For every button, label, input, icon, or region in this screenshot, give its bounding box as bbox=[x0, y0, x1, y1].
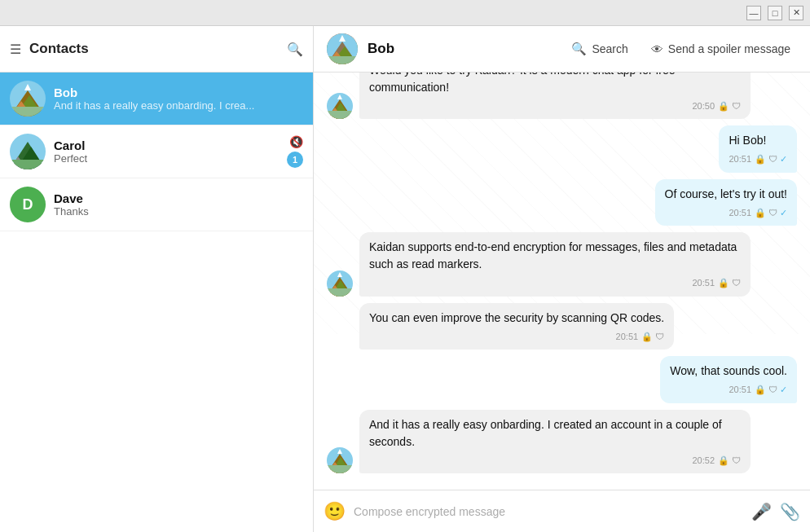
compose-area: 🙂 🎤 📎 bbox=[314, 490, 810, 532]
mute-icon: 🔇 bbox=[289, 135, 303, 148]
chat-search-button[interactable]: 🔍 Search bbox=[565, 38, 634, 59]
message-meta: 20:50 🔒🛡 bbox=[369, 99, 741, 113]
message-time: 20:51 bbox=[729, 206, 751, 220]
message-icons: 🔒🛡 bbox=[718, 99, 741, 113]
spoiler-icon: 👁 bbox=[651, 42, 663, 56]
message-icons: 🔒🛡✓ bbox=[755, 383, 787, 397]
message-avatar bbox=[327, 270, 353, 297]
sidebar-search-icon[interactable]: 🔍 bbox=[287, 42, 303, 57]
check-icon: ✓ bbox=[780, 152, 787, 166]
message-text: Hi Bob! bbox=[729, 134, 766, 147]
contact-meta-carol: 🔇1 bbox=[287, 135, 303, 168]
shield-icon: 🛡 bbox=[768, 152, 777, 166]
avatar-bob bbox=[10, 81, 46, 117]
message-meta: 20:51 🔒🛡✓ bbox=[665, 206, 788, 220]
hamburger-icon[interactable]: ☰ bbox=[10, 42, 21, 57]
message-text: Kaidan supports end-to-end encryption fo… bbox=[369, 240, 737, 270]
contact-preview-dave: Thanks bbox=[54, 205, 295, 218]
message-row: And it has a really easy onbarding. I cr… bbox=[327, 410, 797, 474]
message-icons: 🔒🛡 bbox=[718, 276, 741, 290]
message-icons: 🔒🛡 bbox=[641, 330, 664, 344]
lock-icon: 🔒 bbox=[718, 99, 729, 113]
message-avatar bbox=[327, 93, 353, 119]
message-text: And it has a really easy onbarding. I cr… bbox=[369, 418, 722, 448]
chat-contact-name: Bob bbox=[368, 41, 555, 57]
shield-icon: 🛡 bbox=[732, 276, 741, 290]
message-icons: 🔒🛡✓ bbox=[755, 152, 787, 166]
message-row: Wow, that sounds cool. 20:51 🔒🛡✓ bbox=[327, 356, 797, 403]
lock-icon: 🔒 bbox=[755, 383, 766, 397]
message-time: 20:51 bbox=[729, 383, 751, 397]
lock-icon: 🔒 bbox=[641, 330, 653, 344]
svg-rect-4 bbox=[10, 107, 46, 117]
contacts-list: Bob And it has a really easy onbarding. … bbox=[0, 73, 313, 532]
contact-item-dave[interactable]: D Dave Thanks bbox=[0, 178, 313, 231]
chat-area: Bob 🔍 Search 👁 Send a spoiler message Th… bbox=[314, 26, 810, 532]
shield-icon: 🛡 bbox=[732, 454, 741, 468]
message-row: Of course, let's try it out! 20:51 🔒🛡✓ bbox=[327, 179, 797, 226]
lock-icon: 🔒 bbox=[755, 152, 766, 166]
message-bubble: Kaidan supports end-to-end encryption fo… bbox=[359, 232, 751, 297]
compose-input[interactable] bbox=[354, 505, 743, 518]
message-text: You can even improve the security by sca… bbox=[369, 311, 664, 324]
contact-item-carol[interactable]: Carol Perfect 🔇1 bbox=[0, 125, 313, 178]
maximize-button[interactable]: □ bbox=[768, 6, 782, 20]
sidebar-header: ☰ Contacts 🔍 bbox=[0, 26, 313, 73]
svg-rect-10 bbox=[10, 160, 46, 169]
contact-name-dave: Dave bbox=[54, 191, 295, 205]
contact-name-carol: Carol bbox=[54, 138, 279, 152]
mic-button[interactable]: 🎤 bbox=[751, 502, 772, 521]
messages-container[interactable]: This is a test without encryption. Unenc… bbox=[314, 73, 810, 490]
message-meta: 20:51 🔒🛡✓ bbox=[670, 383, 787, 397]
contact-preview-carol: Perfect bbox=[54, 152, 279, 165]
main-layout: ☰ Contacts 🔍 Bob And it has a really eas… bbox=[0, 26, 810, 532]
message-meta: 20:51 🔒🛡 bbox=[369, 276, 741, 290]
lock-icon: 🔒 bbox=[755, 206, 766, 220]
shield-icon: 🛡 bbox=[655, 330, 664, 344]
contact-name-bob: Bob bbox=[54, 86, 295, 99]
message-bubble: Would you like to try Kaidan? It is a mo… bbox=[359, 73, 751, 119]
chat-header: Bob 🔍 Search 👁 Send a spoiler message bbox=[314, 26, 810, 73]
lock-icon: 🔒 bbox=[718, 276, 729, 290]
close-button[interactable]: ✕ bbox=[789, 6, 803, 20]
message-bubble: And it has a really easy onbarding. I cr… bbox=[359, 410, 751, 474]
attach-button[interactable]: 📎 bbox=[780, 502, 800, 521]
shield-icon: 🛡 bbox=[768, 206, 777, 220]
message-text: Would you like to try Kaidan? It is a mo… bbox=[369, 73, 676, 94]
avatar-dave: D bbox=[10, 187, 46, 222]
spoiler-label: Send a spoiler message bbox=[668, 42, 790, 55]
message-time: 20:51 bbox=[616, 330, 639, 344]
unread-badge: 1 bbox=[287, 152, 303, 168]
avatar-carol bbox=[10, 134, 46, 169]
svg-rect-27 bbox=[327, 111, 353, 119]
chat-search-icon: 🔍 bbox=[571, 42, 587, 56]
lock-icon: 🔒 bbox=[718, 454, 729, 468]
message-icons: 🔒🛡✓ bbox=[755, 206, 787, 220]
message-row: Kaidan supports end-to-end encryption fo… bbox=[327, 232, 797, 297]
check-icon: ✓ bbox=[780, 383, 787, 397]
message-text: Wow, that sounds cool. bbox=[670, 364, 787, 377]
chat-search-label: Search bbox=[592, 42, 627, 55]
contact-info-bob: Bob And it has a really easy onbarding. … bbox=[54, 86, 295, 112]
message-text: Of course, let's try it out! bbox=[665, 187, 788, 200]
svg-rect-39 bbox=[327, 465, 353, 473]
shield-icon: 🛡 bbox=[732, 99, 741, 113]
titlebar: — □ ✕ bbox=[0, 0, 810, 26]
emoji-button[interactable]: 🙂 bbox=[324, 501, 346, 522]
contact-item-bob[interactable]: Bob And it has a really easy onbarding. … bbox=[0, 73, 313, 125]
chat-contact-avatar bbox=[327, 33, 358, 64]
contact-info-carol: Carol Perfect bbox=[54, 138, 279, 165]
message-avatar bbox=[327, 447, 353, 473]
message-time: 20:50 bbox=[692, 99, 715, 113]
message-time: 20:51 bbox=[729, 152, 751, 166]
contact-preview-bob: And it has a really easy onbarding. I cr… bbox=[54, 99, 295, 112]
shield-icon: 🛡 bbox=[768, 383, 777, 397]
message-time: 20:51 bbox=[692, 276, 715, 290]
minimize-button[interactable]: — bbox=[746, 6, 761, 20]
message-bubble: Wow, that sounds cool. 20:51 🔒🛡✓ bbox=[660, 356, 797, 403]
spoiler-button[interactable]: 👁 Send a spoiler message bbox=[645, 39, 797, 59]
message-meta: 20:52 🔒🛡 bbox=[369, 454, 741, 468]
sidebar: ☰ Contacts 🔍 Bob And it has a really eas… bbox=[0, 26, 314, 532]
check-icon: ✓ bbox=[780, 206, 787, 220]
sidebar-title: Contacts bbox=[29, 41, 279, 57]
